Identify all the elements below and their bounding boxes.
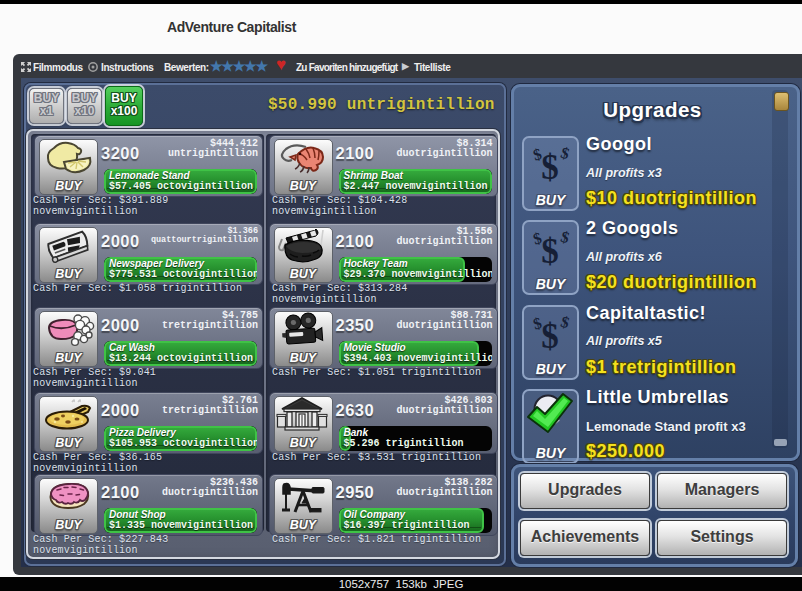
svg-text:$: $: [558, 228, 570, 247]
svg-text:$: $: [558, 144, 570, 163]
svg-text:$: $: [541, 232, 559, 269]
svg-text:$: $: [558, 312, 570, 331]
svg-text:$: $: [541, 148, 559, 185]
svg-text:$: $: [541, 317, 559, 354]
